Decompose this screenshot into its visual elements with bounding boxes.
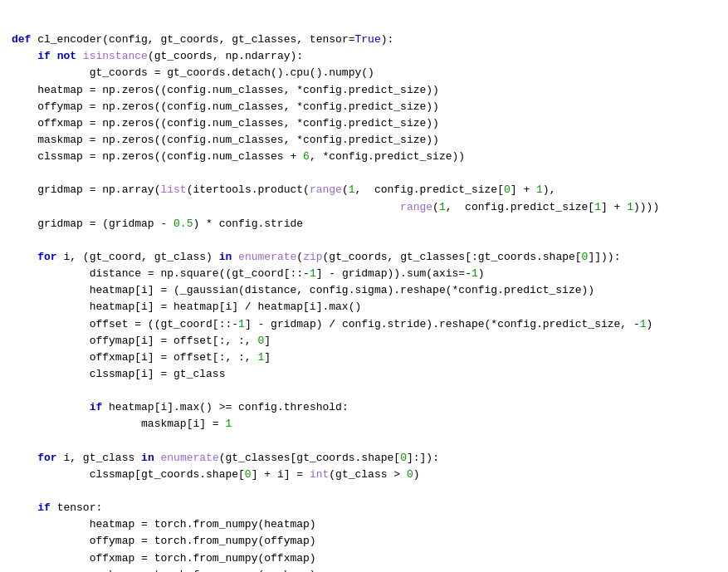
line-1: def cl_encoder(config, gt_coords, gt_cla… bbox=[12, 33, 659, 572]
code-editor: def cl_encoder(config, gt_coords, gt_cla… bbox=[12, 8, 716, 572]
